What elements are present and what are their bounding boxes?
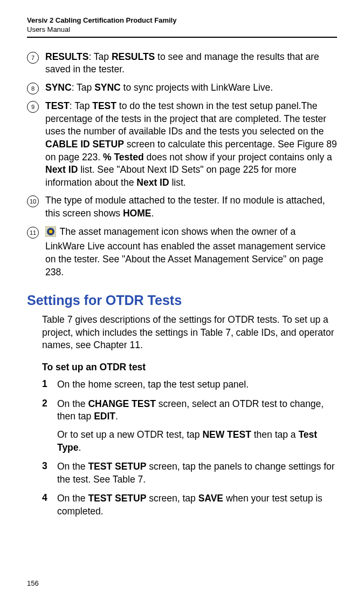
- intro-paragraph: Table 7 gives descriptions of the settin…: [42, 314, 337, 352]
- asset-management-icon: [45, 226, 56, 241]
- text: : Tap: [88, 51, 112, 62]
- callout-number: 9: [27, 101, 39, 113]
- callout-item-11: 11 The asset management icon shows when …: [27, 226, 337, 279]
- text: : Tap: [70, 100, 93, 111]
- step-text: On the CHANGE TEST screen, select an OTD…: [57, 398, 337, 454]
- page-number: 156: [27, 579, 39, 587]
- callout-text: TEST: Tap TEST to do the test shown in t…: [45, 100, 337, 189]
- bold-text: CHANGE TEST: [88, 398, 155, 409]
- callout-item-8: 8 SYNC: Tap SYNC to sync projects with L…: [27, 82, 337, 94]
- bold-text: CABLE ID SETUP: [45, 139, 124, 150]
- procedure-title: To set up an OTDR test: [42, 362, 337, 373]
- step-text: On the home screen, tap the test setup p…: [57, 378, 337, 391]
- text: The asset management icon shows when the…: [45, 226, 326, 277]
- step-4: 4 On the TEST SETUP screen, tap SAVE whe…: [42, 492, 337, 518]
- bold-text: TEST SETUP: [88, 493, 146, 504]
- callout-text: RESULTS: Tap RESULTS to see and manage t…: [45, 51, 337, 76]
- text: screen, tap: [146, 493, 198, 504]
- callout-text: The asset management icon shows when the…: [45, 226, 337, 279]
- callout-number: 7: [27, 52, 39, 64]
- bold-text: EDIT: [94, 411, 115, 422]
- text: On the: [57, 398, 88, 409]
- callout-item-7: 7 RESULTS: Tap RESULTS to see and manage…: [27, 51, 337, 76]
- text: On the: [57, 461, 88, 472]
- bold-text: % Tested: [103, 152, 144, 162]
- bold-text: SYNC: [45, 82, 72, 93]
- text: then tap a: [251, 429, 299, 440]
- svg-point-2: [49, 229, 52, 233]
- step-2: 2 On the CHANGE TEST screen, select an O…: [42, 398, 337, 454]
- callout-number: 10: [27, 195, 39, 207]
- step-1: 1 On the home screen, tap the test setup…: [42, 378, 337, 391]
- header-title: Versiv 2 Cabling Certification Product F…: [27, 16, 337, 25]
- page-header: Versiv 2 Cabling Certification Product F…: [27, 16, 337, 38]
- bold-text: TEST: [45, 100, 70, 111]
- step-number: 1: [42, 378, 57, 390]
- step-text: On the TEST SETUP screen, tap the panels…: [57, 460, 337, 486]
- bold-text: Next ID: [136, 177, 169, 188]
- text: The type of module attached to the teste…: [45, 195, 325, 219]
- bold-text: SAVE: [198, 493, 223, 504]
- callout-item-10: 10 The type of module attached to the te…: [27, 194, 337, 220]
- bold-text: RESULTS: [45, 51, 88, 62]
- procedure-steps: 1 On the home screen, tap the test setup…: [42, 378, 337, 518]
- bold-text: SYNC: [94, 82, 121, 93]
- step-number: 3: [42, 460, 57, 472]
- bold-text: TEST SETUP: [88, 461, 146, 472]
- page: Versiv 2 Cabling Certification Product F…: [0, 0, 364, 597]
- step-number: 4: [42, 492, 57, 504]
- bold-text: NEW TEST: [202, 429, 251, 440]
- bold-text: RESULTS: [112, 51, 155, 62]
- text: list.: [169, 177, 186, 188]
- header-subtitle: Users Manual: [27, 25, 337, 35]
- section-heading: Settings for OTDR Tests: [27, 293, 337, 308]
- text: .: [151, 208, 154, 219]
- callout-text: SYNC: Tap SYNC to sync projects with Lin…: [45, 82, 337, 94]
- callout-item-9: 9 TEST: Tap TEST to do the test shown in…: [27, 100, 337, 189]
- step-3: 3 On the TEST SETUP screen, tap the pane…: [42, 460, 337, 486]
- text: does not show if your project contains o…: [144, 152, 332, 162]
- callout-text: The type of module attached to the teste…: [45, 194, 337, 220]
- text: Or to set up a new OTDR test, tap: [57, 429, 202, 440]
- step-text: On the TEST SETUP screen, tap SAVE when …: [57, 492, 337, 518]
- text: On the: [57, 493, 88, 504]
- callout-number: 11: [27, 227, 39, 239]
- bold-text: Next ID: [45, 164, 78, 175]
- callout-list: 7 RESULTS: Tap RESULTS to see and manage…: [27, 51, 337, 279]
- text: to sync projects with LinkWare Live.: [121, 82, 273, 93]
- bold-text: TEST: [92, 100, 116, 111]
- step-number: 2: [42, 398, 57, 409]
- step-subtext: Or to set up a new OTDR test, tap NEW TE…: [57, 429, 337, 454]
- text: .: [79, 442, 81, 453]
- text: .: [115, 411, 118, 422]
- bold-text: HOME: [123, 208, 152, 219]
- text: : Tap: [72, 82, 95, 93]
- callout-number: 8: [27, 83, 39, 94]
